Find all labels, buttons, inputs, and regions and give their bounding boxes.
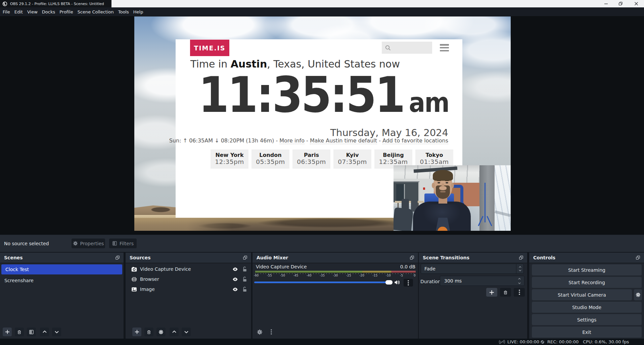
webcam-overlay [394, 165, 511, 231]
mixer-level-db: 0.0 dB [400, 264, 415, 269]
menu-item-tools[interactable]: Tools [118, 9, 129, 14]
scene-item-screenshare[interactable]: Screenshare [1, 275, 122, 286]
audio-mixer-dock-header[interactable]: Audio Mixer [252, 253, 418, 263]
start-virtual-camera-button[interactable]: Start Virtual Camera [532, 289, 632, 300]
scenes-dock-header[interactable]: Scenes [0, 253, 124, 263]
image-icon [131, 287, 137, 292]
volume-slider-handle[interactable] [385, 280, 393, 285]
popout-icon[interactable] [409, 255, 415, 260]
popout-icon[interactable] [115, 255, 120, 260]
preview-canvas[interactable]: TIME.IS Time in Austin, Texas, United St… [0, 16, 644, 234]
remove-scene-button[interactable] [15, 328, 24, 336]
audio-mixer-dock: Audio Mixer Video Capture Device 0.0 dB … [252, 253, 418, 339]
source-item-browser[interactable]: Browser [129, 274, 248, 284]
meter-tick-label: -15 [373, 274, 378, 277]
exit-button[interactable]: Exit [532, 327, 642, 338]
remove-transition-button[interactable] [500, 288, 511, 297]
window-title: OBS 29.1.2 - Profile: LLHLS BETA - Scene… [10, 2, 104, 6]
visibility-icon[interactable] [232, 276, 238, 282]
meter-tick-label: -20 [359, 274, 364, 277]
webcam-chairback [394, 207, 413, 231]
start-streaming-button[interactable]: Start Streaming [532, 264, 642, 275]
scene-up-button[interactable] [40, 328, 49, 336]
duration-spinbox[interactable]: 300 ms [440, 276, 524, 286]
virtual-camera-settings-button[interactable] [634, 289, 642, 300]
big-clock: 11:35:51 am [198, 70, 449, 120]
source-down-button[interactable] [182, 328, 191, 336]
menu-bar: FileEditViewDocksProfileScene Collection… [0, 7, 644, 16]
mixer-options-button[interactable] [404, 279, 413, 287]
title-bar[interactable]: OBS 29.1.2 - Profile: LLHLS BETA - Scene… [0, 0, 644, 7]
add-transition-button[interactable] [486, 288, 497, 297]
menu-item-edit[interactable]: Edit [14, 9, 23, 14]
meter-tick-label: -25 [346, 274, 351, 277]
favorite-link: Add to favorite locations [382, 137, 448, 144]
spin-arrows[interactable] [515, 277, 523, 285]
transition-properties-button[interactable] [514, 288, 525, 297]
menu-item-profile[interactable]: Profile [59, 9, 73, 14]
person-mouth [440, 191, 446, 192]
mixer-toolbar [255, 328, 276, 336]
menu-item-docks[interactable]: Docks [42, 9, 55, 14]
person-eye-r [446, 182, 448, 183]
source-up-button[interactable] [170, 328, 179, 336]
world-clock-paris: Paris06:35pm [292, 149, 330, 169]
meter-tick-label: -55 [267, 274, 272, 277]
record-status-icon [540, 340, 545, 344]
settings-button[interactable]: Settings [532, 314, 642, 325]
start-recording-button[interactable]: Start Recording [532, 277, 642, 288]
lock-icon[interactable] [242, 287, 247, 292]
menu-item-view[interactable]: View [27, 9, 38, 14]
search-icon [385, 45, 391, 51]
menu-item-scene-collection[interactable]: Scene Collection [78, 9, 114, 14]
remove-source-button[interactable] [144, 328, 153, 336]
webcam-pillar [479, 165, 495, 231]
popout-icon[interactable] [635, 255, 641, 260]
source-item-image[interactable]: Image [129, 284, 248, 294]
properties-button[interactable]: Properties [72, 239, 105, 248]
controls-dock-header[interactable]: Controls [529, 253, 644, 263]
scene-down-button[interactable] [52, 328, 61, 336]
person-nose [442, 183, 444, 187]
mixer-more-button[interactable] [267, 328, 276, 336]
webcam-firealarm [423, 187, 425, 190]
mixer-settings-button[interactable] [255, 328, 264, 336]
menu-item-help[interactable]: Help [133, 9, 143, 14]
visibility-icon[interactable] [232, 266, 238, 272]
sources-dock-header[interactable]: Sources [126, 253, 251, 263]
source-properties-button[interactable] [156, 328, 166, 336]
date-line: Thursday, May 16, 2024 [330, 127, 448, 138]
gear-icon [73, 241, 78, 246]
webcam-glass-pane [396, 184, 405, 201]
combo-arrows [516, 264, 523, 273]
filters-button[interactable]: Filters [109, 239, 137, 248]
maximize-button[interactable] [615, 0, 626, 7]
add-scene-button[interactable] [3, 328, 12, 336]
close-button[interactable] [631, 0, 641, 7]
popout-icon[interactable] [242, 255, 248, 260]
mixer-channel-name: Video Capture Device [256, 264, 307, 269]
filters-icon [112, 241, 117, 246]
lock-icon[interactable] [242, 266, 247, 272]
source-item-video-capture[interactable]: Video Capture Device [129, 264, 248, 274]
studio-mode-button[interactable]: Studio Mode [532, 302, 642, 313]
minimize-button[interactable] [601, 0, 611, 7]
preview-video[interactable]: TIME.IS Time in Austin, Texas, United St… [134, 16, 511, 231]
person-ear-l [432, 183, 435, 188]
menu-item-file[interactable]: File [3, 9, 10, 14]
scene-filters-button[interactable] [27, 328, 36, 336]
speaker-icon[interactable] [394, 279, 400, 286]
add-source-button[interactable] [132, 328, 141, 336]
scene-transitions-dock-header[interactable]: Scene Transitions [419, 253, 527, 263]
title-bar-dark-section: OBS 29.1.2 - Profile: LLHLS BETA - Scene… [0, 0, 111, 7]
scene-item-clock-test[interactable]: Clock Test [1, 264, 122, 274]
visibility-icon[interactable] [232, 287, 238, 292]
popout-icon[interactable] [518, 255, 524, 260]
volume-slider-track[interactable] [254, 282, 393, 283]
scene-transitions-dock: Scene Transitions Fade Duration 300 ms [419, 253, 527, 339]
transition-select[interactable]: Fade [421, 264, 524, 274]
lock-icon[interactable] [242, 276, 247, 282]
obs-logo-icon [2, 1, 7, 6]
meter-tick-label: 0 [414, 274, 416, 277]
person-brow-r [445, 180, 449, 181]
